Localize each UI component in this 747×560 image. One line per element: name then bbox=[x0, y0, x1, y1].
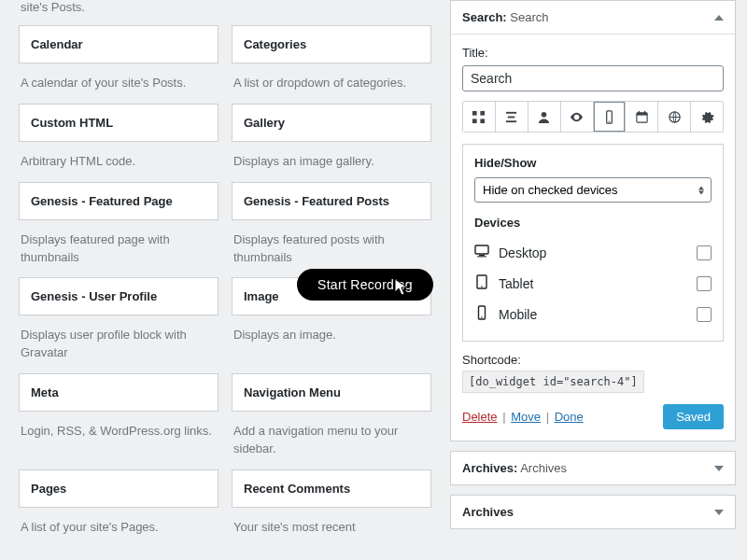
widget-title: Genesis - Featured Posts bbox=[244, 194, 389, 208]
gear-icon[interactable] bbox=[691, 102, 723, 132]
svg-rect-11 bbox=[637, 112, 647, 115]
widget-desc: Displays an image gallery. bbox=[232, 142, 431, 182]
chevron-down-icon bbox=[714, 466, 724, 471]
widget-archives-header-2[interactable]: Archives bbox=[451, 496, 735, 528]
cursor-icon bbox=[394, 278, 409, 300]
svg-point-21 bbox=[481, 316, 483, 318]
title-input[interactable] bbox=[462, 65, 724, 91]
widget-gallery[interactable]: Gallery bbox=[232, 104, 431, 142]
start-recording-button[interactable]: Start Recording bbox=[297, 269, 433, 301]
device-name: Mobile bbox=[499, 307, 537, 322]
widget-desc: Arbitrary HTML code. bbox=[19, 142, 218, 182]
phone-icon[interactable] bbox=[594, 102, 627, 132]
widget-pages[interactable]: Pages bbox=[19, 469, 218, 508]
widget-action-links: Delete | Move | Done bbox=[462, 410, 584, 424]
panel-header-name: Search bbox=[510, 10, 548, 24]
device-visibility-box: Hide/Show Hide on checked devices Device… bbox=[462, 144, 724, 342]
widget-desc: Displays user profile block with Gravata… bbox=[19, 315, 218, 373]
grid-icon[interactable] bbox=[463, 102, 496, 132]
hideshow-select[interactable]: Hide on checked devices bbox=[474, 177, 712, 203]
widget-desc: A calendar of your site's Posts. bbox=[19, 63, 218, 104]
widget-genesis-featured-posts[interactable]: Genesis - Featured Posts bbox=[232, 182, 431, 220]
user-icon[interactable] bbox=[529, 102, 561, 132]
svg-rect-12 bbox=[639, 110, 640, 113]
calendar-icon[interactable] bbox=[626, 102, 658, 132]
widget-search-panel: Search: Search Title: bbox=[450, 0, 736, 441]
move-link[interactable]: Move bbox=[511, 410, 541, 424]
widget-search-header[interactable]: Search: Search bbox=[451, 1, 735, 35]
widget-title: Meta bbox=[31, 385, 59, 399]
panel-header-prefix: Search: bbox=[462, 10, 507, 24]
svg-rect-4 bbox=[506, 111, 516, 113]
device-row-desktop: Desktop bbox=[474, 237, 712, 268]
globe-icon[interactable] bbox=[658, 102, 691, 132]
svg-rect-16 bbox=[479, 255, 485, 256]
device-name: Tablet bbox=[499, 276, 533, 291]
widget-categories[interactable]: Categories bbox=[232, 25, 431, 63]
device-mobile-checkbox[interactable] bbox=[697, 307, 712, 322]
widget-navigation-menu[interactable]: Navigation Menu bbox=[232, 373, 431, 412]
device-row-mobile: Mobile bbox=[474, 299, 712, 329]
widget-desc: Displays featured page with thumbnails bbox=[19, 220, 218, 278]
devices-label: Devices bbox=[474, 216, 712, 230]
desktop-icon bbox=[474, 244, 489, 261]
widget-genesis-featured-page[interactable]: Genesis - Featured Page bbox=[19, 182, 218, 220]
svg-rect-0 bbox=[472, 110, 477, 115]
widget-search-body: Title: bbox=[451, 35, 735, 441]
align-icon[interactable] bbox=[496, 102, 529, 132]
widget-footer: Delete | Move | Done Saved bbox=[462, 404, 724, 429]
widget-desc: Add a navigation menu to your sidebar. bbox=[232, 412, 431, 469]
widget-desc: Displays an image. bbox=[232, 315, 431, 373]
tablet-icon bbox=[474, 274, 489, 292]
shortcode-value: [do_widget id="search-4"] bbox=[462, 371, 644, 393]
shortcode-label: Shortcode: bbox=[462, 353, 724, 367]
widget-title: Image bbox=[244, 289, 279, 303]
device-desktop-checkbox[interactable] bbox=[697, 245, 712, 260]
delete-link[interactable]: Delete bbox=[462, 410, 498, 424]
svg-point-19 bbox=[481, 286, 483, 287]
widget-desc: Login, RSS, & WordPress.org links. bbox=[19, 412, 218, 469]
widget-desc: A list or dropdown of categories. bbox=[232, 63, 431, 104]
svg-rect-2 bbox=[472, 119, 477, 123]
svg-rect-5 bbox=[508, 116, 515, 118]
icon-tabs bbox=[462, 101, 724, 133]
widget-desc: A list of your site's Pages. bbox=[19, 508, 218, 548]
widget-title: Custom HTML bbox=[31, 116, 113, 130]
widget-calendar[interactable]: Calendar bbox=[19, 25, 218, 63]
widget-genesis-user-profile[interactable]: Genesis - User Profile bbox=[19, 277, 218, 315]
svg-point-7 bbox=[542, 111, 547, 117]
svg-rect-3 bbox=[481, 119, 486, 123]
mobile-icon bbox=[474, 305, 489, 323]
device-name: Desktop bbox=[499, 245, 546, 260]
hideshow-label: Hide/Show bbox=[474, 156, 712, 170]
panel-header-name: Archives bbox=[462, 505, 514, 519]
widget-archives-header-1[interactable]: Archives: Archives bbox=[451, 452, 735, 484]
svg-rect-15 bbox=[475, 245, 488, 254]
sidebar-area: Search: Search Title: bbox=[450, 0, 747, 560]
widget-title: Calendar bbox=[31, 37, 83, 51]
title-label: Title: bbox=[462, 46, 724, 60]
chevron-down-icon bbox=[714, 510, 724, 515]
widget-title: Categories bbox=[244, 37, 306, 51]
svg-rect-6 bbox=[506, 120, 516, 122]
widget-title: Recent Comments bbox=[244, 482, 350, 496]
separator: | bbox=[502, 410, 505, 424]
svg-point-9 bbox=[609, 120, 611, 122]
widget-desc-cut: site's Posts. bbox=[19, 0, 218, 25]
widget-custom-html[interactable]: Custom HTML bbox=[19, 104, 218, 142]
widget-recent-comments[interactable]: Recent Comments bbox=[232, 469, 431, 508]
widget-desc: Your site's most recent bbox=[232, 508, 431, 548]
done-link[interactable]: Done bbox=[555, 410, 584, 424]
widget-meta[interactable]: Meta bbox=[19, 373, 218, 412]
panel-header-name: Archives bbox=[520, 461, 567, 475]
device-row-tablet: Tablet bbox=[474, 268, 712, 299]
widget-archives-panel-1: Archives: Archives bbox=[450, 451, 736, 485]
svg-rect-13 bbox=[644, 110, 645, 113]
saved-button[interactable]: Saved bbox=[663, 404, 724, 429]
eye-icon[interactable] bbox=[561, 102, 594, 132]
widget-archives-panel-2: Archives bbox=[450, 495, 736, 529]
panel-header-prefix: Archives: bbox=[462, 461, 517, 475]
svg-rect-1 bbox=[481, 110, 486, 115]
widget-title: Pages bbox=[31, 482, 66, 496]
device-tablet-checkbox[interactable] bbox=[697, 276, 712, 291]
